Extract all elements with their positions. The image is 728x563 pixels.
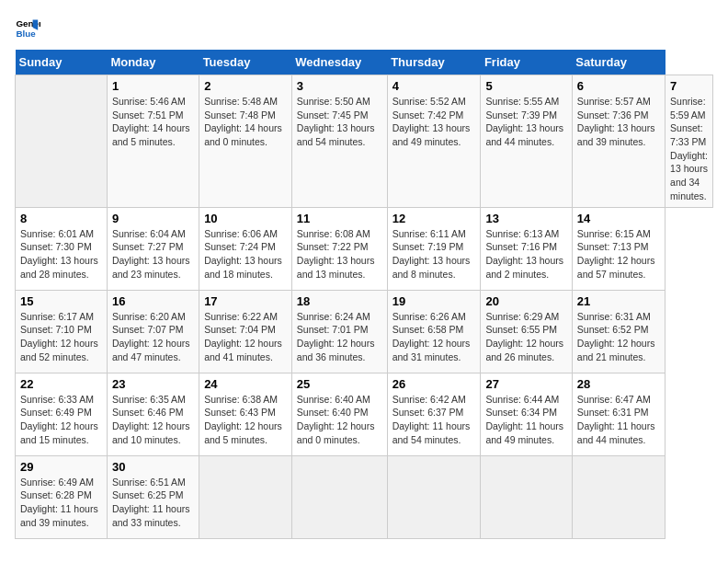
header-saturday: Saturday xyxy=(572,50,665,75)
day-info: Sunrise: 6:42 AMSunset: 6:37 PMDaylight:… xyxy=(392,393,476,447)
header-friday: Friday xyxy=(481,50,572,75)
calendar-table: SundayMondayTuesdayWednesdayThursdayFrid… xyxy=(15,50,713,539)
day-info: Sunrise: 6:44 AMSunset: 6:34 PMDaylight:… xyxy=(485,393,566,447)
day-number: 24 xyxy=(204,377,287,391)
day-info: Sunrise: 6:35 AMSunset: 6:46 PMDaylight:… xyxy=(112,393,194,447)
day-info: Sunrise: 6:29 AMSunset: 6:55 PMDaylight:… xyxy=(485,310,566,364)
calendar-day-cell: 2Sunrise: 5:48 AMSunset: 7:48 PMDaylight… xyxy=(199,75,292,208)
calendar-day-cell: 5Sunrise: 5:55 AMSunset: 7:39 PMDaylight… xyxy=(481,75,572,208)
calendar-day-cell: 3Sunrise: 5:50 AMSunset: 7:45 PMDaylight… xyxy=(291,75,387,208)
calendar-week-row: 8Sunrise: 6:01 AMSunset: 7:30 PMDaylight… xyxy=(16,207,713,290)
calendar-day-cell: 22Sunrise: 6:33 AMSunset: 6:49 PMDayligh… xyxy=(16,373,108,455)
empty-day-cell xyxy=(16,75,108,208)
calendar-day-cell: 12Sunrise: 6:11 AMSunset: 7:19 PMDayligh… xyxy=(387,207,481,290)
calendar-day-cell: 20Sunrise: 6:29 AMSunset: 6:55 PMDayligh… xyxy=(481,290,572,373)
calendar-day-cell: 17Sunrise: 6:22 AMSunset: 7:04 PMDayligh… xyxy=(199,290,292,373)
calendar-day-cell: 26Sunrise: 6:42 AMSunset: 6:37 PMDayligh… xyxy=(387,373,481,455)
day-number: 28 xyxy=(577,377,660,391)
day-number: 21 xyxy=(577,294,660,308)
day-number: 2 xyxy=(204,79,287,93)
day-info: Sunrise: 6:38 AMSunset: 6:43 PMDaylight:… xyxy=(204,393,287,447)
day-number: 5 xyxy=(485,79,566,93)
day-number: 27 xyxy=(485,377,566,391)
day-info: Sunrise: 6:47 AMSunset: 6:31 PMDaylight:… xyxy=(577,393,660,447)
day-info: Sunrise: 5:50 AMSunset: 7:45 PMDaylight:… xyxy=(297,95,382,149)
calendar-week-row: 1Sunrise: 5:46 AMSunset: 7:51 PMDaylight… xyxy=(16,75,713,208)
day-number: 18 xyxy=(297,294,382,308)
day-number: 22 xyxy=(20,377,102,391)
calendar-day-cell: 4Sunrise: 5:52 AMSunset: 7:42 PMDaylight… xyxy=(387,75,481,208)
calendar-day-cell: 28Sunrise: 6:47 AMSunset: 6:31 PMDayligh… xyxy=(572,373,665,455)
calendar-day-cell: 16Sunrise: 6:20 AMSunset: 7:07 PMDayligh… xyxy=(107,290,199,373)
day-number: 1 xyxy=(112,79,194,93)
header-thursday: Thursday xyxy=(387,50,481,75)
calendar-day-cell: 6Sunrise: 5:57 AMSunset: 7:36 PMDaylight… xyxy=(572,75,665,208)
day-info: Sunrise: 6:26 AMSunset: 6:58 PMDaylight:… xyxy=(392,310,476,364)
day-info: Sunrise: 6:24 AMSunset: 7:01 PMDaylight:… xyxy=(297,310,382,364)
calendar-day-cell: 18Sunrise: 6:24 AMSunset: 7:01 PMDayligh… xyxy=(291,290,387,373)
day-info: Sunrise: 5:57 AMSunset: 7:36 PMDaylight:… xyxy=(577,95,660,149)
calendar-day-cell: 1Sunrise: 5:46 AMSunset: 7:51 PMDaylight… xyxy=(107,75,199,208)
day-number: 12 xyxy=(392,212,476,225)
day-info: Sunrise: 6:51 AMSunset: 6:25 PMDaylight:… xyxy=(112,476,194,530)
logo-icon: General Blue xyxy=(15,15,40,40)
empty-day-cell xyxy=(291,455,387,538)
day-info: Sunrise: 6:49 AMSunset: 6:28 PMDaylight:… xyxy=(20,476,102,530)
calendar-day-cell: 19Sunrise: 6:26 AMSunset: 6:58 PMDayligh… xyxy=(387,290,481,373)
calendar-week-row: 15Sunrise: 6:17 AMSunset: 7:10 PMDayligh… xyxy=(16,290,713,373)
day-info: Sunrise: 6:22 AMSunset: 7:04 PMDaylight:… xyxy=(204,310,287,364)
calendar-day-cell: 23Sunrise: 6:35 AMSunset: 6:46 PMDayligh… xyxy=(107,373,199,455)
day-info: Sunrise: 6:33 AMSunset: 6:49 PMDaylight:… xyxy=(20,393,102,447)
calendar-day-cell: 13Sunrise: 6:13 AMSunset: 7:16 PMDayligh… xyxy=(481,207,572,290)
calendar-day-cell: 15Sunrise: 6:17 AMSunset: 7:10 PMDayligh… xyxy=(16,290,108,373)
day-info: Sunrise: 5:59 AMSunset: 7:33 PMDaylight:… xyxy=(670,95,708,203)
day-info: Sunrise: 6:15 AMSunset: 7:13 PMDaylight:… xyxy=(577,227,660,282)
day-info: Sunrise: 6:04 AMSunset: 7:27 PMDaylight:… xyxy=(112,227,194,282)
calendar-day-cell: 21Sunrise: 6:31 AMSunset: 6:52 PMDayligh… xyxy=(572,290,665,373)
calendar-day-cell: 27Sunrise: 6:44 AMSunset: 6:34 PMDayligh… xyxy=(481,373,572,455)
empty-day-cell xyxy=(199,455,292,538)
day-number: 8 xyxy=(20,212,102,225)
day-info: Sunrise: 6:20 AMSunset: 7:07 PMDaylight:… xyxy=(112,310,194,364)
day-info: Sunrise: 6:06 AMSunset: 7:24 PMDaylight:… xyxy=(204,227,287,282)
calendar-week-row: 29Sunrise: 6:49 AMSunset: 6:28 PMDayligh… xyxy=(16,455,713,538)
day-info: Sunrise: 6:13 AMSunset: 7:16 PMDaylight:… xyxy=(485,227,566,282)
empty-day-cell xyxy=(572,455,665,538)
calendar-day-cell: 29Sunrise: 6:49 AMSunset: 6:28 PMDayligh… xyxy=(16,455,108,538)
header-sunday: Sunday xyxy=(16,50,108,75)
empty-day-cell xyxy=(387,455,481,538)
day-number: 11 xyxy=(297,212,382,225)
calendar-day-cell: 10Sunrise: 6:06 AMSunset: 7:24 PMDayligh… xyxy=(199,207,292,290)
day-info: Sunrise: 6:11 AMSunset: 7:19 PMDaylight:… xyxy=(392,227,476,282)
day-number: 30 xyxy=(112,460,194,474)
day-number: 26 xyxy=(392,377,476,391)
day-info: Sunrise: 6:31 AMSunset: 6:52 PMDaylight:… xyxy=(577,310,660,364)
header-tuesday: Tuesday xyxy=(199,50,292,75)
day-info: Sunrise: 5:48 AMSunset: 7:48 PMDaylight:… xyxy=(204,95,287,149)
day-number: 15 xyxy=(20,294,102,308)
day-info: Sunrise: 6:08 AMSunset: 7:22 PMDaylight:… xyxy=(297,227,382,282)
day-number: 25 xyxy=(297,377,382,391)
day-number: 14 xyxy=(577,212,660,225)
calendar-day-cell: 9Sunrise: 6:04 AMSunset: 7:27 PMDaylight… xyxy=(107,207,199,290)
day-info: Sunrise: 5:55 AMSunset: 7:39 PMDaylight:… xyxy=(485,95,566,149)
day-number: 17 xyxy=(204,294,287,308)
day-number: 6 xyxy=(577,79,660,93)
calendar-day-cell: 8Sunrise: 6:01 AMSunset: 7:30 PMDaylight… xyxy=(16,207,108,290)
day-number: 7 xyxy=(670,79,708,93)
calendar-header-row: SundayMondayTuesdayWednesdayThursdayFrid… xyxy=(16,50,713,75)
day-info: Sunrise: 6:01 AMSunset: 7:30 PMDaylight:… xyxy=(20,227,102,282)
calendar-day-cell: 14Sunrise: 6:15 AMSunset: 7:13 PMDayligh… xyxy=(572,207,665,290)
day-info: Sunrise: 5:52 AMSunset: 7:42 PMDaylight:… xyxy=(392,95,476,149)
day-number: 9 xyxy=(112,212,194,225)
day-info: Sunrise: 5:46 AMSunset: 7:51 PMDaylight:… xyxy=(112,95,194,149)
svg-text:Blue: Blue xyxy=(16,29,36,39)
calendar-week-row: 22Sunrise: 6:33 AMSunset: 6:49 PMDayligh… xyxy=(16,373,713,455)
day-number: 20 xyxy=(485,294,566,308)
header-wednesday: Wednesday xyxy=(291,50,387,75)
logo: General Blue xyxy=(15,15,44,40)
day-info: Sunrise: 6:40 AMSunset: 6:40 PMDaylight:… xyxy=(297,393,382,447)
calendar-day-cell: 30Sunrise: 6:51 AMSunset: 6:25 PMDayligh… xyxy=(107,455,199,538)
empty-day-cell xyxy=(481,455,572,538)
header-monday: Monday xyxy=(107,50,199,75)
